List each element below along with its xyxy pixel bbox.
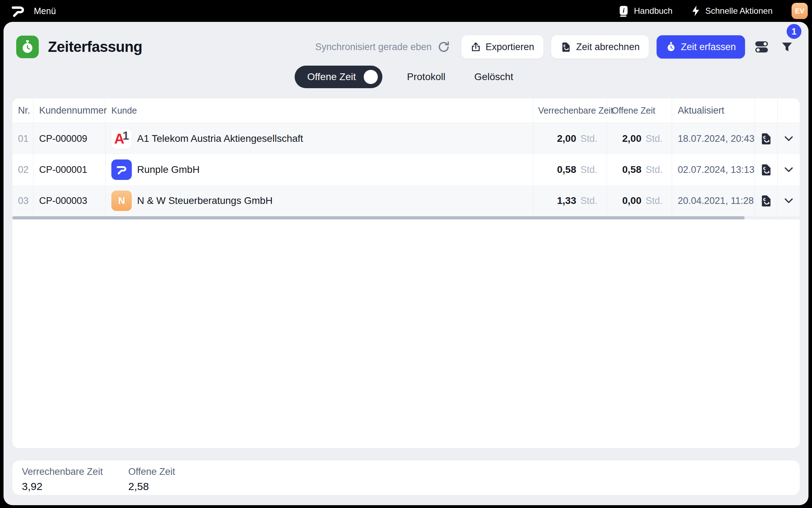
totals-bar: Verrechenbare Zeit 3,92 Offene Zeit 2,58 bbox=[12, 460, 800, 495]
row-bill-action[interactable]: € bbox=[755, 154, 778, 185]
filter-button[interactable]: 1 bbox=[778, 38, 796, 56]
col-aktualisiert: Aktualisiert bbox=[672, 98, 755, 123]
col-kundennummer: Kundennummer bbox=[33, 98, 106, 123]
sync-status: Synchronisiert gerade eben bbox=[315, 41, 450, 53]
total-billable: Verrechenbare Zeit 3,92 bbox=[22, 466, 128, 495]
euro-tag-icon: € bbox=[759, 163, 773, 176]
share-up-icon bbox=[470, 42, 481, 52]
runple-logo-icon[interactable] bbox=[10, 3, 26, 19]
customer-name: A1 Telekom Austria Aktiengesellschaft bbox=[137, 133, 303, 144]
table-row[interactable]: 01 CP-000009 A1 A1 Telekom Austria Aktie… bbox=[12, 123, 800, 154]
zeiterfassung-card: Zeiterfassung Synchronisiert gerade eben bbox=[4, 22, 808, 505]
avatar[interactable]: EV bbox=[792, 3, 808, 19]
svg-text:€: € bbox=[763, 197, 766, 202]
horizontal-scrollbar[interactable] bbox=[12, 216, 800, 219]
customer-name: N & W Steuerberatungs GmbH bbox=[137, 195, 272, 206]
refresh-icon[interactable] bbox=[437, 41, 450, 53]
tab-offene-zeit[interactable]: Offene Zeit bbox=[295, 66, 382, 88]
funnel-icon bbox=[781, 41, 793, 53]
page-title: Zeiterfassung bbox=[48, 38, 142, 55]
toggles-icon bbox=[754, 41, 769, 53]
stopwatch-icon bbox=[666, 42, 676, 52]
track-time-button[interactable]: Zeit erfassen bbox=[657, 35, 745, 59]
row-bill-action[interactable]: € bbox=[755, 123, 778, 154]
manual-button[interactable]: i Handbuch bbox=[617, 5, 672, 17]
col-offene-zeit: Offene Zeit bbox=[607, 98, 672, 123]
table-row[interactable]: 03 CP-000003 N N & W Steuerberatungs Gmb… bbox=[12, 185, 800, 216]
lightning-icon bbox=[691, 5, 701, 17]
tab-geloescht[interactable]: Gelöscht bbox=[470, 71, 518, 83]
tab-protokoll[interactable]: Protokoll bbox=[403, 71, 450, 83]
tab-active-knob bbox=[364, 70, 378, 84]
tabs: Offene Zeit Protokoll Gelöscht bbox=[4, 66, 808, 88]
col-verrechenbare-zeit: Verrechenbare Zeit bbox=[533, 98, 607, 123]
card-header: Zeiterfassung Synchronisiert gerade eben bbox=[4, 22, 808, 59]
chevron-down-icon bbox=[785, 136, 793, 141]
chevron-down-icon bbox=[785, 167, 793, 172]
customer-logo-runple bbox=[111, 159, 132, 180]
customer-name: Runple GmbH bbox=[137, 164, 199, 175]
col-expand bbox=[778, 98, 800, 123]
row-expand-button[interactable] bbox=[778, 154, 800, 185]
euro-tag-icon: € bbox=[560, 41, 572, 53]
time-table-panel: Nr. Kundennummer Kunde Verrechenbare Zei… bbox=[12, 98, 800, 448]
customer-logo-initial: N bbox=[111, 190, 132, 211]
export-button[interactable]: Exportieren bbox=[461, 35, 543, 59]
bill-time-button[interactable]: € Zeit abrechnen bbox=[551, 35, 649, 59]
scrollbar-thumb[interactable] bbox=[12, 216, 745, 219]
customer-logo-a1: A1 bbox=[111, 128, 132, 149]
filter-count-badge: 1 bbox=[787, 24, 801, 39]
col-nr: Nr. bbox=[12, 98, 33, 123]
quick-actions-button[interactable]: Schnelle Aktionen bbox=[691, 5, 773, 17]
chevron-down-icon bbox=[785, 198, 793, 203]
svg-text:€: € bbox=[763, 166, 766, 171]
svg-text:i: i bbox=[623, 7, 625, 14]
total-open: Offene Zeit 2,58 bbox=[128, 466, 235, 495]
menu-button[interactable]: Menü bbox=[34, 6, 56, 16]
col-actions bbox=[755, 98, 778, 123]
col-kunde: Kunde bbox=[106, 98, 533, 123]
table-row[interactable]: 02 CP-000001 Runple GmbH 0,58Std. 0,58St… bbox=[12, 154, 800, 185]
euro-tag-icon: € bbox=[759, 132, 773, 145]
view-toggles-button[interactable] bbox=[753, 38, 770, 56]
svg-text:€: € bbox=[563, 44, 566, 48]
row-expand-button[interactable] bbox=[778, 185, 800, 216]
table-header: Nr. Kundennummer Kunde Verrechenbare Zei… bbox=[12, 98, 800, 123]
row-expand-button[interactable] bbox=[778, 123, 800, 154]
book-info-icon: i bbox=[617, 5, 629, 17]
stopwatch-app-icon bbox=[16, 36, 39, 58]
row-bill-action[interactable]: € bbox=[755, 185, 778, 216]
svg-text:€: € bbox=[763, 135, 766, 140]
topbar: Menü i Handbuch Schnelle Aktionen EV bbox=[0, 0, 812, 22]
euro-tag-icon: € bbox=[759, 194, 773, 207]
